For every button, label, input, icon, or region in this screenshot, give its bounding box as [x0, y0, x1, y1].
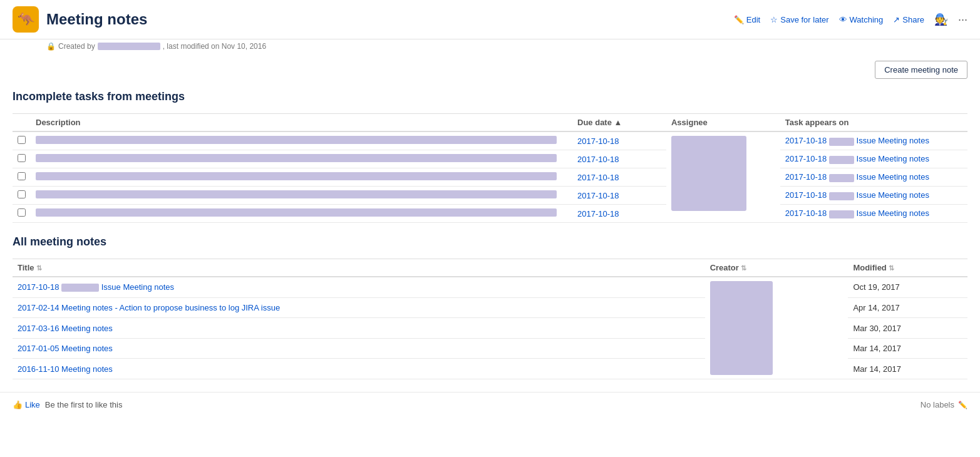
- task-checkbox[interactable]: [18, 136, 26, 144]
- task-row: 2017-10-182017-10-18 Issue Meeting notes: [13, 131, 967, 150]
- incomplete-tasks-table: Description Due date ▲ Assignee Task app…: [13, 113, 967, 223]
- task-due-date: 2017-10-18: [572, 168, 666, 187]
- appears-date: 2017-10-18: [785, 208, 829, 218]
- note-title-link[interactable]: 2016-11-10 Meeting notes: [18, 364, 113, 374]
- create-meeting-note-button[interactable]: Create meeting note: [875, 61, 967, 79]
- task-desc-blurred: [36, 154, 557, 162]
- note-modified: Oct 19, 2017: [848, 277, 967, 297]
- note-title-prefix-link[interactable]: 2017-10-18: [18, 282, 61, 292]
- note-row: 2017-10-18 Issue Meeting notesOct 19, 20…: [13, 277, 967, 297]
- task-appears-on: 2017-10-18 Issue Meeting notes: [780, 150, 967, 168]
- task-checkbox-cell: [13, 150, 31, 168]
- task-description: [31, 131, 572, 150]
- appears-name-blurred: [829, 138, 854, 146]
- task-checkbox[interactable]: [18, 190, 26, 198]
- pencil-icon: ✏️: [734, 15, 744, 24]
- note-title-blurred: [61, 284, 99, 292]
- edit-labels-icon[interactable]: ✏️: [958, 401, 967, 409]
- note-modified: Apr 14, 2017: [848, 297, 967, 318]
- footer-left: 👍 Like Be the first to like this: [13, 400, 122, 409]
- note-title-link[interactable]: 2017-01-05 Meeting notes: [18, 344, 113, 353]
- task-appears-link[interactable]: Issue Meeting notes: [854, 190, 929, 200]
- notes-creator-header[interactable]: Creator: [705, 259, 848, 277]
- assignee-header: Assignee: [666, 114, 780, 132]
- tasks-body: 2017-10-182017-10-18 Issue Meeting notes…: [13, 131, 967, 223]
- task-checkbox[interactable]: [18, 154, 26, 162]
- task-appears-link[interactable]: Issue Meeting notes: [854, 208, 929, 218]
- note-title: 2016-11-10 Meeting notes: [13, 359, 705, 379]
- description-header: Description: [31, 114, 572, 132]
- note-title: 2017-03-16 Meeting notes: [13, 318, 705, 339]
- task-desc-blurred: [36, 136, 557, 144]
- appears-name-blurred: [829, 174, 854, 182]
- page-title: Meeting notes: [46, 11, 147, 28]
- task-description: [31, 187, 572, 205]
- watching-button[interactable]: 👁 Watching: [839, 15, 884, 24]
- task-due-date: 2017-10-18: [572, 150, 666, 168]
- note-title-link[interactable]: 2017-02-14 Meeting notes - Action to pro…: [18, 303, 280, 312]
- more-options-button[interactable]: ···: [958, 13, 967, 26]
- edit-button[interactable]: ✏️ Edit: [734, 15, 760, 24]
- share-icon: ↗: [893, 15, 900, 24]
- task-due-date: 2017-10-18: [572, 187, 666, 205]
- all-notes-title: All meeting notes: [13, 235, 967, 249]
- appears-date: 2017-10-18: [785, 190, 829, 200]
- task-desc-blurred: [36, 190, 557, 198]
- note-title: 2017-01-05 Meeting notes: [13, 338, 705, 359]
- task-checkbox-cell: [13, 168, 31, 187]
- task-description: [31, 150, 572, 168]
- task-checkbox-cell: [13, 205, 31, 223]
- task-appears-on: 2017-10-18 Issue Meeting notes: [780, 131, 967, 150]
- task-appears-header: Task appears on: [780, 114, 967, 132]
- note-modified: Mar 14, 2017: [848, 338, 967, 359]
- tasks-header-row: Description Due date ▲ Assignee Task app…: [13, 114, 967, 132]
- note-title: 2017-10-18 Issue Meeting notes: [13, 277, 705, 297]
- task-row: 2017-10-182017-10-18 Issue Meeting notes: [13, 150, 967, 168]
- incomplete-tasks-section: Incomplete tasks from meetings Descripti…: [0, 84, 980, 229]
- note-modified: Mar 30, 2017: [848, 318, 967, 339]
- appears-name-blurred: [829, 156, 854, 164]
- all-notes-section: All meeting notes Title Creator Modified…: [0, 229, 980, 386]
- task-assignee: [666, 131, 780, 223]
- person-icon[interactable]: 🧑‍🔧: [934, 13, 948, 26]
- task-appears-link[interactable]: Issue Meeting notes: [854, 172, 929, 182]
- note-creator: [705, 277, 848, 379]
- note-title: 2017-02-14 Meeting notes - Action to pro…: [13, 297, 705, 318]
- task-checkbox[interactable]: [18, 172, 26, 180]
- task-appears-on: 2017-10-18 Issue Meeting notes: [780, 168, 967, 187]
- creator-name-blurred: [98, 43, 160, 50]
- task-desc-blurred: [36, 172, 557, 180]
- task-appears-link[interactable]: Issue Meeting notes: [854, 136, 929, 145]
- all-notes-table: Title Creator Modified 2017-10-18 Issue …: [13, 259, 967, 379]
- eye-icon: 👁: [839, 15, 847, 24]
- note-modified: Mar 14, 2017: [848, 359, 967, 379]
- notes-modified-header[interactable]: Modified: [848, 259, 967, 277]
- create-btn-row: Create meeting note: [0, 51, 980, 84]
- task-checkbox-cell: [13, 187, 31, 205]
- notes-body: 2017-10-18 Issue Meeting notesOct 19, 20…: [13, 277, 967, 379]
- like-button[interactable]: 👍 Like: [13, 400, 40, 409]
- footer-right: No labels ✏️: [921, 400, 967, 409]
- task-row: 2017-10-182017-10-18 Issue Meeting notes: [13, 187, 967, 205]
- labels-text: No labels: [921, 400, 954, 409]
- footer: 👍 Like Be the first to like this No labe…: [0, 392, 980, 417]
- task-description: [31, 168, 572, 187]
- task-due-date: 2017-10-18: [572, 131, 666, 150]
- creator-blurred: [710, 281, 773, 375]
- due-date-header[interactable]: Due date ▲: [572, 114, 666, 132]
- save-for-later-button[interactable]: ☆ Save for later: [770, 15, 828, 24]
- task-checkbox[interactable]: [18, 208, 26, 217]
- incomplete-tasks-title: Incomplete tasks from meetings: [13, 90, 967, 103]
- notes-title-header[interactable]: Title: [13, 259, 705, 277]
- appears-date: 2017-10-18: [785, 172, 829, 182]
- task-appears-on: 2017-10-18 Issue Meeting notes: [780, 187, 967, 205]
- note-title-suffix-link[interactable]: Issue Meeting notes: [99, 282, 174, 292]
- task-due-date: 2017-10-18: [572, 205, 666, 223]
- task-appears-link[interactable]: Issue Meeting notes: [854, 154, 929, 163]
- share-button[interactable]: ↗ Share: [893, 15, 924, 24]
- like-description: Be the first to like this: [45, 400, 123, 409]
- lock-icon: 🔒: [46, 42, 56, 51]
- checkbox-header: [13, 114, 31, 132]
- page-subtitle: 🔒 Created by , last modified on Nov 10, …: [0, 39, 980, 51]
- note-title-link[interactable]: 2017-03-16 Meeting notes: [18, 324, 113, 333]
